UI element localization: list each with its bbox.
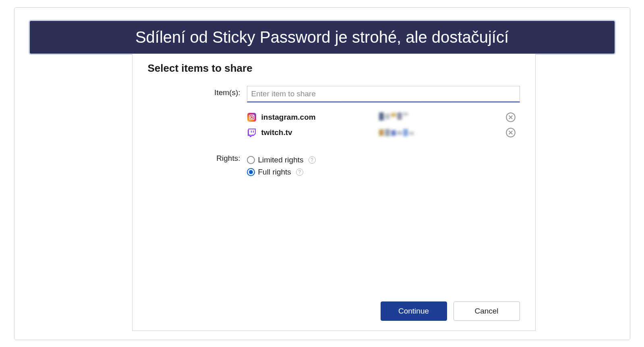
item-input[interactable] [247,86,520,102]
item-redacted [379,112,417,122]
item-name: instagram.com [261,113,374,122]
form-content: Item(s): [148,86,520,301]
outer-frame: Sdílení od Sticky Password je strohé, al… [14,7,630,340]
items-row: Item(s): [148,86,520,142]
twitch-icon [247,128,257,137]
rights-label: Rights: [148,152,247,163]
dialog-footer: Continue Cancel [148,301,520,321]
item-list: instagram.com [247,111,520,142]
rights-row: Rights: Limited rights ? Full rights ? [148,152,520,178]
svg-rect-0 [247,113,256,122]
radio-icon[interactable] [247,168,255,176]
item-redacted [379,128,417,137]
remove-icon[interactable] [505,127,516,138]
radio-icon[interactable] [247,156,255,164]
radio-label: Limited rights [258,156,304,164]
svg-rect-8 [253,131,254,133]
radio-full-rights[interactable]: Full rights ? [247,166,520,178]
list-item: instagram.com [247,111,520,127]
svg-rect-7 [251,131,252,133]
share-dialog: Select items to share Item(s): [132,54,536,331]
remove-icon[interactable] [505,112,516,123]
svg-point-3 [253,115,254,116]
dialog-title: Select items to share [148,62,520,75]
help-icon[interactable]: ? [309,156,316,164]
list-item: twitch.tv [247,127,520,142]
radio-limited-rights[interactable]: Limited rights ? [247,154,520,166]
rights-options: Limited rights ? Full rights ? [247,154,520,178]
cancel-button[interactable]: Cancel [453,301,520,321]
instagram-icon [247,112,257,122]
help-icon[interactable]: ? [296,168,303,176]
item-name: twitch.tv [261,128,374,137]
radio-label: Full rights [258,168,291,177]
continue-button[interactable]: Continue [381,301,447,321]
items-label: Item(s): [148,86,247,97]
banner-title: Sdílení od Sticky Password je strohé, al… [29,20,616,55]
items-field: instagram.com [247,86,520,142]
